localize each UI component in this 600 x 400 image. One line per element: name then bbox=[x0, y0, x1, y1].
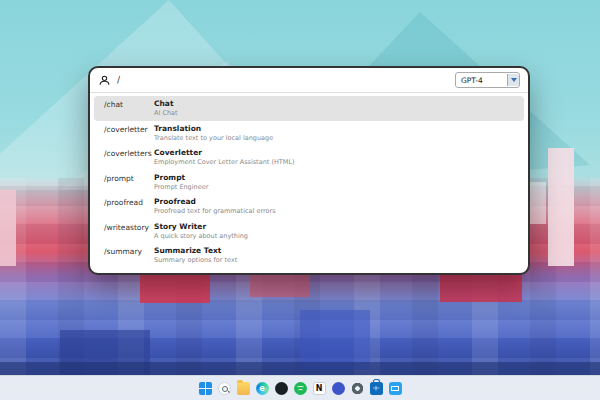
command-subtitle: A quick story about anything bbox=[154, 232, 514, 240]
notion-icon[interactable]: N bbox=[313, 382, 326, 395]
command-title: Summarize Text bbox=[154, 246, 514, 255]
user-icon bbox=[98, 74, 111, 87]
command-subtitle: Prompt Engineer bbox=[154, 183, 514, 191]
command-subtitle: Summary options for text bbox=[154, 256, 514, 264]
command-text: /proofread bbox=[104, 197, 154, 207]
edge-icon[interactable]: e bbox=[256, 382, 269, 395]
command-list: /chatChatAI Chat/coverletterTranslationT… bbox=[90, 93, 528, 273]
command-title: Translation bbox=[154, 124, 514, 133]
file-explorer-icon[interactable] bbox=[237, 382, 250, 395]
command-row[interactable]: /chatChatAI Chat bbox=[94, 96, 524, 121]
wallpaper-block bbox=[0, 362, 600, 376]
command-title: Chat bbox=[154, 99, 514, 108]
command-row[interactable]: /summarySummarize TextSummary options fo… bbox=[94, 243, 524, 268]
command-title: Proofread bbox=[154, 197, 514, 206]
window-header: / GPT-4 bbox=[90, 68, 528, 93]
chevron-down-icon[interactable] bbox=[507, 74, 519, 86]
wallpaper-block bbox=[0, 190, 16, 266]
command-text: /coverletters bbox=[104, 148, 154, 158]
command-text: /prompt bbox=[104, 173, 154, 183]
command-row[interactable]: /coverlettersCoverletterEmployment Cover… bbox=[94, 145, 524, 170]
command-text: /summary bbox=[104, 246, 154, 256]
command-input[interactable]: / bbox=[117, 75, 449, 85]
command-subtitle: AI Chat bbox=[154, 109, 514, 117]
mail-icon[interactable] bbox=[389, 382, 402, 395]
command-row[interactable]: /writeastoryStory WriterA quick story ab… bbox=[94, 219, 524, 244]
store-icon[interactable] bbox=[370, 382, 383, 395]
github-icon[interactable] bbox=[275, 382, 288, 395]
model-select[interactable]: GPT-4 bbox=[455, 72, 520, 88]
spotify-icon[interactable] bbox=[294, 382, 307, 395]
command-subtitle: Translate text to your local language bbox=[154, 134, 514, 142]
taskbar-icons: eN bbox=[199, 382, 402, 395]
command-text: /writeastory bbox=[104, 222, 154, 232]
command-subtitle: Employment Cover Letter Assistant (HTML) bbox=[154, 158, 514, 166]
command-row[interactable]: /coverletterTranslationTranslate text to… bbox=[94, 121, 524, 146]
wallpaper-block bbox=[300, 310, 370, 370]
settings-icon[interactable] bbox=[351, 382, 364, 395]
command-title: Coverletter bbox=[154, 148, 514, 157]
search-icon[interactable] bbox=[218, 382, 231, 395]
command-subtitle: Proofread text for grammatical errors bbox=[154, 207, 514, 215]
taskbar: eN bbox=[0, 375, 600, 400]
start-icon[interactable] bbox=[199, 382, 212, 395]
model-select-value: GPT-4 bbox=[461, 76, 507, 85]
command-palette-window: / GPT-4 /chatChatAI Chat/coverletterTran… bbox=[88, 66, 530, 275]
command-text: /coverletter bbox=[104, 124, 154, 134]
command-title: Story Writer bbox=[154, 222, 514, 231]
command-text: /chat bbox=[104, 99, 154, 109]
discord-icon[interactable] bbox=[332, 382, 345, 395]
command-row[interactable]: /proofreadProofreadProofread text for gr… bbox=[94, 194, 524, 219]
command-row[interactable]: /promptPromptPrompt Engineer bbox=[94, 170, 524, 195]
wallpaper-block bbox=[548, 148, 574, 266]
command-title: Prompt bbox=[154, 173, 514, 182]
